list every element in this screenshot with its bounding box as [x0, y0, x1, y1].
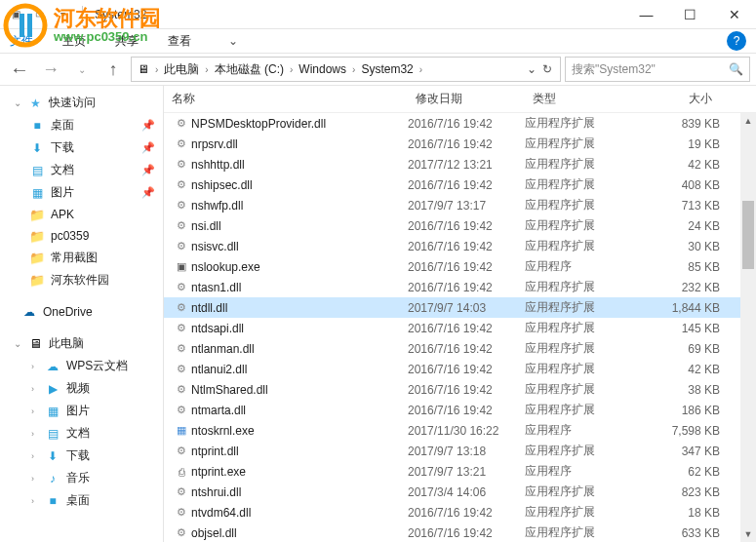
file-row[interactable]: ntprint.exe2017/9/7 13:21应用程序62 KB — [164, 461, 756, 482]
sidebar-this-pc[interactable]: ⌄ 此电脑 — [0, 332, 163, 355]
file-type: 应用程序扩展 — [525, 238, 642, 254]
breadcrumb-item[interactable]: System32 — [359, 62, 415, 76]
file-row[interactable]: ntasn1.dll2016/7/16 19:42应用程序扩展232 KB — [164, 277, 756, 297]
col-size[interactable]: 大小 — [642, 91, 720, 107]
file-row[interactable]: NPSMDesktopProvider.dll2016/7/16 19:42应用… — [164, 113, 756, 134]
star-icon — [27, 96, 43, 111]
forward-button[interactable]: → — [37, 56, 64, 83]
file-size: 823 KB — [642, 485, 720, 499]
recent-locations-icon[interactable]: ⌄ — [68, 56, 96, 83]
file-row[interactable]: nrpsrv.dll2016/7/16 19:42应用程序扩展19 KB — [164, 134, 756, 154]
help-icon[interactable]: ? — [727, 31, 746, 51]
file-row[interactable]: objsel.dll2016/7/16 19:42应用程序扩展633 KB — [164, 523, 756, 542]
col-type[interactable]: 类型 — [525, 91, 642, 107]
breadcrumb[interactable]: 🖥 › 此电脑 › 本地磁盘 (C:) › Windows › System32… — [131, 57, 561, 82]
sidebar-item[interactable]: 常用截图 — [0, 247, 163, 269]
file-row[interactable]: ntshrui.dll2017/3/4 14:06应用程序扩展823 KB — [164, 482, 756, 502]
chevron-right-icon[interactable]: › — [418, 64, 424, 75]
folder-icon — [45, 426, 60, 442]
file-size: 38 KB — [642, 383, 720, 397]
file-date: 2016/7/16 19:42 — [408, 117, 525, 131]
refresh-icon[interactable]: ↻ — [542, 62, 552, 76]
scrollbar[interactable]: ▲ ▼ — [740, 113, 756, 542]
sidebar-quick-access[interactable]: ⌄ 快速访问 — [0, 92, 163, 114]
file-row[interactable]: NtlmShared.dll2016/7/16 19:42应用程序扩展38 KB — [164, 379, 756, 400]
pin-icon: 📌 — [141, 186, 155, 199]
sidebar-item[interactable]: ›视频 — [16, 377, 163, 400]
file-row[interactable]: nsisvc.dll2016/7/16 19:42应用程序扩展30 KB — [164, 236, 756, 256]
file-row[interactable]: ntlanman.dll2016/7/16 19:42应用程序扩展69 KB — [164, 338, 756, 359]
file-name: ntoskrnl.exe — [191, 424, 408, 438]
col-date[interactable]: 修改日期 — [408, 91, 525, 107]
chevron-right-icon[interactable]: › — [203, 64, 210, 75]
qat-newfolder-icon[interactable]: ▾ — [55, 7, 70, 22]
chevron-right-icon[interactable]: › — [153, 64, 160, 75]
breadcrumb-item[interactable]: 本地磁盘 (C:) — [213, 61, 286, 78]
folder-icon — [45, 448, 60, 464]
file-row[interactable]: nsi.dll2016/7/16 19:42应用程序扩展24 KB — [164, 215, 756, 236]
col-name[interactable]: 名称 — [164, 91, 408, 107]
file-row[interactable]: nshwfp.dll2017/9/7 13:17应用程序扩展713 KB — [164, 195, 756, 215]
breadcrumb-item[interactable]: Windows — [297, 62, 348, 76]
sidebar-item[interactable]: 文档📌 — [0, 159, 163, 181]
sidebar-item[interactable]: ›WPS云文档 — [16, 355, 163, 377]
sidebar-item[interactable]: 下载📌 — [0, 136, 163, 159]
file-row[interactable]: nslookup.exe2016/7/16 19:42应用程序85 KB — [164, 256, 756, 277]
tab-view[interactable]: 查看 — [168, 33, 191, 50]
tab-home[interactable]: 主页 — [62, 33, 86, 50]
file-type: 应用程序扩展 — [525, 484, 642, 500]
tab-share[interactable]: 共享 — [115, 33, 139, 50]
sidebar-item[interactable]: 桌面📌 — [0, 114, 163, 136]
breadcrumb-dropdown-icon[interactable]: ⌄ — [527, 62, 537, 76]
file-size: 408 KB — [642, 178, 720, 192]
file-row[interactable]: ntdsapi.dll2016/7/16 19:42应用程序扩展145 KB — [164, 318, 756, 338]
chevron-right-icon[interactable]: › — [288, 64, 295, 75]
file-name: nsi.dll — [191, 219, 408, 233]
file-type: 应用程序扩展 — [525, 524, 642, 541]
scroll-up-icon[interactable]: ▲ — [740, 113, 756, 129]
file-type: 应用程序扩展 — [525, 156, 642, 173]
caret-icon: › — [31, 451, 34, 461]
scroll-thumb[interactable] — [742, 201, 754, 269]
sidebar-item[interactable]: 图片📌 — [0, 181, 163, 204]
breadcrumb-item[interactable]: 此电脑 — [162, 61, 201, 78]
file-row[interactable]: ntmarta.dll2016/7/16 19:42应用程序扩展186 KB — [164, 400, 756, 420]
close-button[interactable]: ✕ — [712, 0, 756, 29]
up-button[interactable]: ↑ — [99, 56, 127, 83]
file-icon — [172, 178, 191, 191]
chevron-right-icon[interactable]: › — [350, 64, 357, 75]
search-input[interactable]: 搜索"System32" 🔍 — [565, 57, 750, 82]
file-row[interactable]: ntlanui2.dll2016/7/16 19:42应用程序扩展42 KB — [164, 359, 756, 379]
sidebar-item[interactable]: ›文档 — [16, 422, 163, 445]
sidebar-item[interactable]: ›桌面 — [16, 489, 163, 512]
sidebar-item[interactable]: ›下载 — [16, 445, 163, 467]
file-row[interactable]: ntprint.dll2017/9/7 13:18应用程序扩展347 KB — [164, 441, 756, 461]
file-type: 应用程序扩展 — [525, 136, 642, 152]
file-type: 应用程序扩展 — [525, 217, 642, 234]
sidebar-item[interactable]: ›图片 — [16, 400, 163, 422]
caret-icon: › — [31, 406, 34, 416]
file-type: 应用程序扩展 — [525, 340, 642, 357]
file-icon — [172, 383, 191, 396]
file-row[interactable]: ntoskrnl.exe2017/11/30 16:22应用程序7,598 KB — [164, 420, 756, 441]
file-date: 2016/7/16 19:42 — [408, 240, 525, 253]
maximize-button[interactable]: ☐ — [668, 0, 712, 29]
sidebar-item[interactable]: ›音乐 — [16, 467, 163, 489]
back-button[interactable]: ← — [6, 56, 33, 83]
file-size: 62 KB — [642, 465, 720, 479]
file-row[interactable]: nshhttp.dll2017/7/12 13:21应用程序扩展42 KB — [164, 154, 756, 174]
file-row[interactable]: ntvdm64.dll2016/7/16 19:42应用程序扩展18 KB — [164, 502, 756, 523]
ribbon-expand-icon[interactable]: ⌄ — [228, 34, 238, 48]
sidebar-onedrive[interactable]: OneDrive — [0, 301, 163, 323]
sidebar-item[interactable]: 河东软件园 — [0, 269, 163, 291]
sidebar-item[interactable]: pc0359 — [0, 225, 163, 247]
file-row[interactable]: nshipsec.dll2016/7/16 19:42应用程序扩展408 KB — [164, 174, 756, 195]
minimize-button[interactable]: — — [624, 0, 668, 29]
qat-properties-icon[interactable]: ▭ — [31, 7, 47, 22]
file-name: ntlanui2.dll — [191, 363, 408, 376]
sidebar-item[interactable]: APK — [0, 204, 163, 225]
file-row[interactable]: ntdll.dll2017/9/7 14:03应用程序扩展1,844 KB — [164, 297, 756, 318]
scroll-down-icon[interactable]: ▼ — [740, 526, 756, 542]
tab-file[interactable]: 文件 — [10, 33, 33, 50]
file-name: ntmarta.dll — [191, 404, 408, 417]
